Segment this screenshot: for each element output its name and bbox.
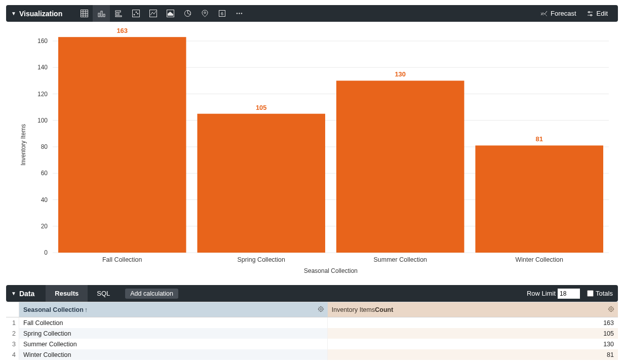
data-toolbar: ▼ Data Results SQL Add calculation Row L…	[6, 285, 618, 302]
svg-rect-9	[115, 11, 121, 12]
svg-line-66	[613, 307, 613, 307]
pie-chart-icon[interactable]	[179, 5, 196, 22]
svg-line-63	[609, 307, 609, 307]
results-table: Seasonal Collection ↑ Inventory Items Co…	[6, 302, 618, 360]
svg-text:140: 140	[37, 64, 48, 71]
svg-point-22	[237, 13, 238, 14]
edit-button[interactable]: Edit	[581, 10, 613, 17]
forecast-icon	[540, 10, 548, 17]
bar[interactable]	[197, 114, 325, 253]
svg-text:160: 160	[37, 37, 48, 45]
bar[interactable]	[58, 37, 186, 253]
viz-type-icons: 6	[75, 5, 248, 22]
svg-point-13	[134, 14, 135, 15]
svg-text:100: 100	[37, 117, 48, 124]
table-viz-icon[interactable]	[75, 5, 93, 22]
svg-text:20: 20	[41, 223, 48, 230]
table-row[interactable]: 2Spring Collection105	[6, 328, 618, 339]
svg-text:120: 120	[37, 91, 48, 98]
svg-point-58	[610, 308, 612, 310]
data-title: Data	[19, 290, 34, 298]
single-value-icon[interactable]: 6	[213, 5, 230, 22]
column-chart-icon[interactable]	[93, 5, 110, 22]
bar[interactable]	[475, 145, 603, 253]
column-header-seasonal[interactable]: Seasonal Collection ↑	[19, 302, 328, 317]
category-label: Spring Collection	[238, 256, 286, 263]
row-number: 2	[6, 328, 19, 339]
bar-value-label: 130	[395, 70, 406, 78]
row-limit-label: Row Limit	[527, 290, 556, 297]
line-chart-icon[interactable]	[144, 5, 162, 22]
scatter-chart-icon[interactable]	[127, 5, 144, 22]
category-label: Winter Collection	[516, 256, 564, 263]
cell-count: 105	[328, 328, 618, 339]
tab-sql[interactable]: SQL	[88, 285, 119, 302]
bar-value-label: 105	[256, 104, 267, 111]
row-number: 3	[6, 339, 19, 349]
table-row[interactable]: 4Winter Collection81	[6, 349, 618, 360]
svg-rect-6	[98, 13, 100, 17]
category-label: Fall Collection	[102, 256, 142, 263]
bar-chart: 020406080100120140160163Fall Collection1…	[16, 27, 614, 280]
svg-rect-11	[115, 16, 122, 17]
tab-results[interactable]: Results	[46, 285, 88, 302]
y-axis-title: Inventory Items	[20, 124, 27, 166]
svg-rect-7	[101, 11, 102, 17]
svg-text:40: 40	[41, 196, 48, 204]
visualization-toolbar: ▼ Visualization 6	[6, 5, 618, 22]
svg-point-14	[136, 12, 137, 13]
svg-point-15	[137, 13, 138, 14]
gear-icon[interactable]	[317, 305, 325, 314]
row-number: 4	[6, 349, 19, 360]
svg-point-19	[204, 12, 206, 13]
svg-point-47	[319, 307, 323, 311]
row-limit-input[interactable]	[558, 289, 580, 299]
column-header-count[interactable]: Inventory Items Count	[328, 302, 618, 317]
cell-name: Winter Collection	[19, 349, 328, 360]
table-row[interactable]: 1Fall Collection163	[6, 317, 618, 328]
table-header: Seasonal Collection ↑ Inventory Items Co…	[6, 302, 618, 317]
totals-toggle[interactable]: Totals	[587, 290, 613, 297]
cell-count: 81	[328, 349, 618, 360]
area-chart-icon[interactable]	[162, 5, 179, 22]
svg-point-23	[239, 13, 240, 14]
panel-title: Visualization	[19, 10, 62, 18]
svg-text:80: 80	[41, 143, 48, 150]
gear-icon[interactable]	[607, 305, 615, 314]
svg-line-65	[609, 311, 609, 311]
cell-count: 130	[328, 339, 618, 349]
category-label: Summer Collection	[373, 256, 427, 263]
data-collapse-toggle[interactable]: ▼	[11, 291, 16, 296]
bar-value-label: 163	[116, 27, 128, 34]
chart-container: 020406080100120140160163Fall Collection1…	[6, 22, 618, 283]
svg-line-64	[613, 311, 613, 311]
svg-line-55	[319, 311, 319, 311]
bar-value-label: 81	[536, 135, 543, 143]
table-row[interactable]: 3Summer Collection130	[6, 339, 618, 349]
svg-rect-8	[103, 14, 105, 17]
forecast-button[interactable]: Forecast	[535, 10, 581, 17]
svg-text:0: 0	[44, 249, 48, 256]
x-axis-title: Seasonal Collection	[304, 267, 358, 274]
bar-chart-icon[interactable]	[110, 5, 127, 22]
svg-rect-10	[115, 13, 119, 15]
svg-point-24	[241, 13, 242, 14]
svg-point-48	[320, 308, 322, 310]
cell-count: 163	[328, 317, 618, 328]
sliders-icon	[587, 10, 594, 17]
svg-line-54	[322, 311, 323, 311]
svg-line-53	[319, 307, 319, 307]
cell-name: Fall Collection	[19, 317, 328, 328]
svg-text:60: 60	[41, 170, 48, 177]
add-calculation-button[interactable]: Add calculation	[125, 289, 178, 299]
svg-point-57	[609, 307, 613, 311]
totals-checkbox[interactable]	[587, 290, 594, 297]
collapse-toggle[interactable]: ▼	[11, 11, 16, 16]
cell-name: Spring Collection	[19, 328, 328, 339]
map-pin-icon[interactable]	[196, 5, 213, 22]
svg-line-56	[322, 307, 323, 307]
sort-asc-icon: ↑	[85, 306, 88, 313]
bar[interactable]	[336, 80, 464, 253]
more-viz-icon[interactable]	[230, 5, 248, 22]
svg-text:6: 6	[221, 11, 223, 16]
